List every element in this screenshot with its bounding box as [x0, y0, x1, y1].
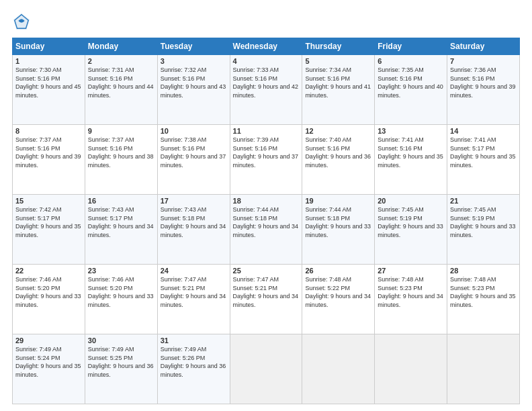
day-cell: 18Sunrise: 7:44 AMSunset: 5:18 PMDayligh…	[230, 195, 302, 265]
col-header-monday: Monday	[85, 38, 157, 55]
day-info: Sunrise: 7:40 AMSunset: 5:16 PMDaylight:…	[305, 136, 371, 169]
day-number: 20	[378, 197, 444, 205]
day-cell: 13Sunrise: 7:41 AMSunset: 5:16 PMDayligh…	[375, 125, 447, 195]
day-info: Sunrise: 7:32 AMSunset: 5:16 PMDaylight:…	[161, 66, 227, 99]
calendar-table: SundayMondayTuesdayWednesdayThursdayFrid…	[12, 38, 520, 404]
day-info: Sunrise: 7:44 AMSunset: 5:18 PMDaylight:…	[233, 205, 300, 239]
day-info: Sunrise: 7:36 AMSunset: 5:16 PMDaylight:…	[450, 66, 517, 99]
day-number: 24	[161, 267, 227, 275]
day-number: 17	[161, 197, 227, 205]
day-number: 4	[233, 57, 300, 65]
week-row-1: 1Sunrise: 7:30 AMSunset: 5:16 PMDaylight…	[13, 55, 520, 125]
day-cell	[375, 334, 447, 404]
day-cell: 15Sunrise: 7:42 AMSunset: 5:17 PMDayligh…	[13, 195, 85, 265]
day-number: 12	[305, 127, 371, 135]
week-row-4: 22Sunrise: 7:46 AMSunset: 5:20 PMDayligh…	[13, 265, 520, 334]
day-number: 7	[450, 57, 517, 65]
day-number: 22	[15, 267, 82, 275]
day-cell: 1Sunrise: 7:30 AMSunset: 5:16 PMDaylight…	[13, 55, 85, 125]
day-number: 11	[233, 127, 300, 135]
day-number: 3	[161, 57, 227, 65]
day-number: 25	[233, 267, 300, 275]
day-info: Sunrise: 7:30 AMSunset: 5:16 PMDaylight:…	[15, 66, 82, 99]
day-cell	[447, 334, 520, 404]
day-cell: 5Sunrise: 7:34 AMSunset: 5:16 PMDaylight…	[302, 55, 375, 125]
day-info: Sunrise: 7:47 AMSunset: 5:21 PMDaylight:…	[233, 275, 300, 309]
day-info: Sunrise: 7:49 AMSunset: 5:26 PMDaylight:…	[161, 345, 227, 379]
col-header-wednesday: Wednesday	[230, 38, 302, 55]
day-info: Sunrise: 7:44 AMSunset: 5:18 PMDaylight:…	[305, 205, 371, 239]
col-header-friday: Friday	[375, 38, 447, 55]
day-cell: 7Sunrise: 7:36 AMSunset: 5:16 PMDaylight…	[447, 55, 520, 125]
day-number: 14	[450, 127, 517, 135]
day-info: Sunrise: 7:46 AMSunset: 5:20 PMDaylight:…	[88, 275, 154, 309]
day-number: 8	[15, 127, 82, 135]
day-info: Sunrise: 7:48 AMSunset: 5:23 PMDaylight:…	[378, 275, 444, 309]
day-cell: 26Sunrise: 7:48 AMSunset: 5:22 PMDayligh…	[302, 265, 375, 334]
day-info: Sunrise: 7:34 AMSunset: 5:16 PMDaylight:…	[305, 66, 371, 99]
day-info: Sunrise: 7:45 AMSunset: 5:19 PMDaylight:…	[450, 205, 517, 239]
day-cell: 12Sunrise: 7:40 AMSunset: 5:16 PMDayligh…	[302, 125, 375, 195]
day-number: 28	[450, 267, 517, 275]
day-cell: 14Sunrise: 7:41 AMSunset: 5:17 PMDayligh…	[447, 125, 520, 195]
day-number: 18	[233, 197, 300, 205]
page: SundayMondayTuesdayWednesdayThursdayFrid…	[0, 0, 532, 411]
day-cell: 24Sunrise: 7:47 AMSunset: 5:21 PMDayligh…	[157, 265, 230, 334]
day-info: Sunrise: 7:33 AMSunset: 5:16 PMDaylight:…	[233, 66, 300, 99]
day-info: Sunrise: 7:46 AMSunset: 5:20 PMDaylight:…	[15, 275, 82, 309]
header-row: SundayMondayTuesdayWednesdayThursdayFrid…	[13, 38, 520, 55]
day-cell	[230, 334, 302, 404]
day-number: 10	[161, 127, 227, 135]
day-number: 15	[15, 197, 82, 205]
col-header-saturday: Saturday	[447, 38, 520, 55]
day-cell: 11Sunrise: 7:39 AMSunset: 5:16 PMDayligh…	[230, 125, 302, 195]
day-info: Sunrise: 7:37 AMSunset: 5:16 PMDaylight:…	[15, 136, 82, 169]
day-cell: 20Sunrise: 7:45 AMSunset: 5:19 PMDayligh…	[375, 195, 447, 265]
day-info: Sunrise: 7:45 AMSunset: 5:19 PMDaylight:…	[378, 205, 444, 239]
day-number: 23	[88, 267, 154, 275]
day-number: 19	[305, 197, 371, 205]
day-cell: 17Sunrise: 7:43 AMSunset: 5:18 PMDayligh…	[157, 195, 230, 265]
week-row-5: 29Sunrise: 7:49 AMSunset: 5:24 PMDayligh…	[13, 334, 520, 404]
day-cell	[302, 334, 375, 404]
day-info: Sunrise: 7:43 AMSunset: 5:18 PMDaylight:…	[161, 205, 227, 239]
day-info: Sunrise: 7:48 AMSunset: 5:22 PMDaylight:…	[305, 275, 371, 309]
day-info: Sunrise: 7:38 AMSunset: 5:16 PMDaylight:…	[161, 136, 227, 169]
logo	[12, 12, 34, 31]
col-header-sunday: Sunday	[13, 38, 85, 55]
day-number: 21	[450, 197, 517, 205]
day-number: 1	[15, 57, 82, 65]
day-info: Sunrise: 7:49 AMSunset: 5:25 PMDaylight:…	[88, 345, 154, 379]
day-cell: 16Sunrise: 7:43 AMSunset: 5:17 PMDayligh…	[85, 195, 157, 265]
day-cell: 4Sunrise: 7:33 AMSunset: 5:16 PMDaylight…	[230, 55, 302, 125]
day-cell: 29Sunrise: 7:49 AMSunset: 5:24 PMDayligh…	[13, 334, 85, 404]
day-info: Sunrise: 7:43 AMSunset: 5:17 PMDaylight:…	[88, 205, 154, 239]
day-cell: 30Sunrise: 7:49 AMSunset: 5:25 PMDayligh…	[85, 334, 157, 404]
day-number: 13	[378, 127, 444, 135]
day-number: 6	[378, 57, 444, 65]
day-cell: 2Sunrise: 7:31 AMSunset: 5:16 PMDaylight…	[85, 55, 157, 125]
day-info: Sunrise: 7:48 AMSunset: 5:23 PMDaylight:…	[450, 275, 517, 309]
day-cell: 21Sunrise: 7:45 AMSunset: 5:19 PMDayligh…	[447, 195, 520, 265]
day-info: Sunrise: 7:39 AMSunset: 5:16 PMDaylight:…	[233, 136, 300, 169]
day-cell: 23Sunrise: 7:46 AMSunset: 5:20 PMDayligh…	[85, 265, 157, 334]
day-cell: 27Sunrise: 7:48 AMSunset: 5:23 PMDayligh…	[375, 265, 447, 334]
header	[12, 12, 520, 31]
week-row-3: 15Sunrise: 7:42 AMSunset: 5:17 PMDayligh…	[13, 195, 520, 265]
day-info: Sunrise: 7:42 AMSunset: 5:17 PMDaylight:…	[15, 205, 82, 239]
day-cell: 25Sunrise: 7:47 AMSunset: 5:21 PMDayligh…	[230, 265, 302, 334]
week-row-2: 8Sunrise: 7:37 AMSunset: 5:16 PMDaylight…	[13, 125, 520, 195]
logo-icon	[12, 12, 31, 31]
day-info: Sunrise: 7:37 AMSunset: 5:16 PMDaylight:…	[88, 136, 154, 169]
day-cell: 3Sunrise: 7:32 AMSunset: 5:16 PMDaylight…	[157, 55, 230, 125]
day-number: 9	[88, 127, 154, 135]
day-cell: 6Sunrise: 7:35 AMSunset: 5:16 PMDaylight…	[375, 55, 447, 125]
day-cell: 8Sunrise: 7:37 AMSunset: 5:16 PMDaylight…	[13, 125, 85, 195]
day-number: 31	[161, 336, 227, 345]
col-header-tuesday: Tuesday	[157, 38, 230, 55]
day-cell: 10Sunrise: 7:38 AMSunset: 5:16 PMDayligh…	[157, 125, 230, 195]
day-number: 5	[305, 57, 371, 65]
day-info: Sunrise: 7:49 AMSunset: 5:24 PMDaylight:…	[15, 345, 82, 379]
day-cell: 22Sunrise: 7:46 AMSunset: 5:20 PMDayligh…	[13, 265, 85, 334]
day-info: Sunrise: 7:47 AMSunset: 5:21 PMDaylight:…	[161, 275, 227, 309]
